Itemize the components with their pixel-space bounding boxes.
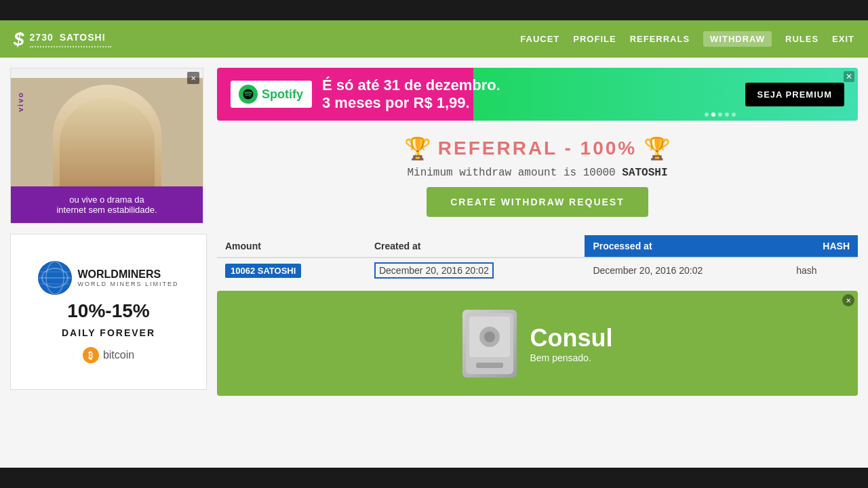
vivo-ad-close[interactable]: ✕ xyxy=(187,72,199,84)
wm-title: WORLDMINERS WORLD MINERS LIMITED xyxy=(77,268,178,287)
wm-logo: WORLDMINERS WORLD MINERS LIMITED xyxy=(38,261,178,295)
vivo-ad-text: ou vive o drama da internet sem estabili… xyxy=(11,186,203,223)
referral-section: 🏆 REFERRAL - 100% 🏆 Minimum withdraw amo… xyxy=(217,129,858,224)
vivo-ad: ✕ vivo ou vive o drama da internet sem e… xyxy=(10,68,203,224)
wm-coin-label: bitcoin xyxy=(103,349,134,361)
header: $ 2730 SATOSHI FAUCET PROFILE REFERRALS … xyxy=(0,20,868,58)
trophy-right-icon: 🏆 xyxy=(644,136,671,161)
wm-bitcoin: ₿ bitcoin xyxy=(83,347,134,363)
bitcoin-icon: ₿ xyxy=(83,347,99,363)
sidebar: ✕ vivo ou vive o drama da internet sem e… xyxy=(10,68,207,478)
created-date: December 20, 2016 20:02 xyxy=(374,262,494,279)
trophy-left-icon: 🏆 xyxy=(404,136,431,161)
main-nav: FAUCET PROFILE REFERRALS WITHDRAW RULES … xyxy=(520,31,854,47)
spotify-ad-close[interactable]: ✕ xyxy=(844,71,854,82)
consul-text: Consul Bem pensado. xyxy=(530,324,613,363)
wm-title-sub: WORLD MINERS LIMITED xyxy=(77,281,178,287)
cell-processed: December 20, 2016 20:02 xyxy=(585,258,788,283)
table-body: 10062 SATOSHI December 20, 2016 20:02 De… xyxy=(217,258,858,283)
create-withdraw-button[interactable]: CREATE WITHDRAW REQUEST xyxy=(427,187,648,217)
bottom-bar xyxy=(0,468,868,488)
col-created: Created at xyxy=(366,235,585,258)
consul-product-image xyxy=(462,310,517,378)
balance-currency: SATOSHI xyxy=(60,32,106,43)
nav-exit[interactable]: EXIT xyxy=(832,34,854,44)
spotify-promo-text: É só até 31 de dezembro. 3 meses por R$ … xyxy=(322,77,735,112)
cell-created: December 20, 2016 20:02 xyxy=(366,258,585,283)
col-processed: Processed at xyxy=(585,235,788,258)
wm-title-main: WORLDMINERS xyxy=(77,268,178,281)
main-content: ✕ vivo ou vive o drama da internet sem e… xyxy=(0,58,868,488)
nav-faucet[interactable]: FAUCET xyxy=(520,34,559,44)
table-row: 10062 SATOSHI December 20, 2016 20:02 De… xyxy=(217,258,858,283)
consul-ad: Consul Bem pensado. ✕ xyxy=(217,291,858,396)
balance-text: 2730 SATOSHI xyxy=(30,32,106,43)
nav-withdraw[interactable]: WITHDRAW xyxy=(703,31,772,47)
consul-brand: Consul xyxy=(530,324,613,352)
spotify-cta-button[interactable]: SEJA PREMIUM xyxy=(745,83,844,106)
balance-amount: 2730 xyxy=(30,32,54,43)
table-header: Amount Created at Processed at HASH xyxy=(217,235,858,258)
referral-title: REFERRAL - 100% xyxy=(438,138,637,159)
consul-slogan: Bem pensado. xyxy=(530,352,613,363)
col-amount: Amount xyxy=(217,235,366,258)
col-hash: HASH xyxy=(788,235,858,258)
worldminers-ad: WORLDMINERS WORLD MINERS LIMITED 10%-15%… xyxy=(10,234,207,390)
svg-point-9 xyxy=(484,331,495,342)
balance-display: 2730 SATOSHI xyxy=(30,31,111,47)
wm-daily: DAILY FOREVER xyxy=(62,327,155,338)
referral-header: 🏆 REFERRAL - 100% 🏆 xyxy=(217,136,858,161)
withdraw-currency: SATOSHI xyxy=(622,167,667,179)
consul-ad-close[interactable]: ✕ xyxy=(842,294,854,306)
top-bar xyxy=(0,0,868,20)
cell-amount: 10062 SATOSHI xyxy=(217,258,366,283)
spotify-icon xyxy=(239,85,258,104)
nav-referrals[interactable]: REFERRALS xyxy=(630,34,690,44)
logo-area: $ 2730 SATOSHI xyxy=(14,28,111,50)
vivo-brand-text: vivo xyxy=(16,92,24,112)
right-content: Spotify É só até 31 de dezembro. 3 meses… xyxy=(217,68,858,478)
wm-rate: 10%-15% xyxy=(67,300,149,322)
svg-rect-7 xyxy=(476,363,503,368)
wm-globe-icon xyxy=(38,261,72,295)
svg-point-0 xyxy=(39,262,71,294)
nav-profile[interactable]: PROFILE xyxy=(573,34,616,44)
withdraw-table: Amount Created at Processed at HASH 1006… xyxy=(217,235,858,283)
balance-divider xyxy=(30,45,111,47)
spotify-logo: Spotify xyxy=(231,81,312,108)
cell-hash: hash xyxy=(788,258,858,283)
satoshi-logo-icon: $ xyxy=(14,28,24,50)
amount-badge: 10062 SATOSHI xyxy=(225,264,301,278)
spotify-dots xyxy=(705,113,736,117)
nav-rules[interactable]: RULES xyxy=(785,34,818,44)
withdraw-info: Minimum withdraw amount is 10000 SATOSHI xyxy=(217,167,858,179)
spotify-brand: Spotify xyxy=(262,87,303,102)
spotify-ad: Spotify É só até 31 de dezembro. 3 meses… xyxy=(217,68,858,121)
